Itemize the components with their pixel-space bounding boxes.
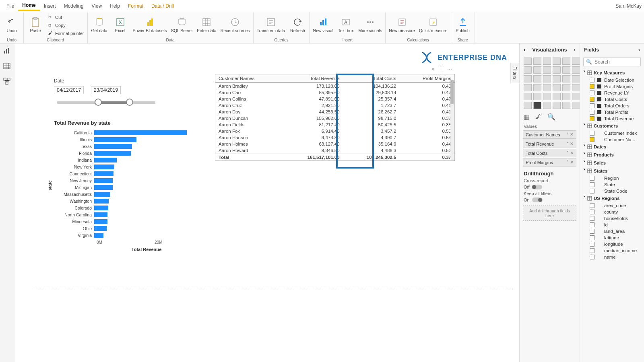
viz-type-icon[interactable] (533, 84, 541, 91)
crossreport-toggle[interactable] (532, 185, 542, 189)
viz-type-icon[interactable] (533, 66, 541, 74)
field-item[interactable]: State Code (582, 188, 642, 194)
field-item[interactable]: Revenue LY (582, 90, 642, 96)
field-checkbox[interactable] (590, 242, 594, 247)
field-well[interactable]: Total Revenue˅ ✕ (523, 140, 576, 148)
field-table-header[interactable]: ˅Customers (582, 122, 642, 130)
viz-type-icon[interactable] (543, 66, 551, 74)
field-table-header[interactable]: ˅US Regions (582, 194, 642, 202)
analytics-tab-icon[interactable]: 🔍 (547, 113, 555, 121)
field-checkbox[interactable] (590, 182, 594, 187)
fields-search-input[interactable] (594, 59, 644, 65)
viz-type-icon[interactable] (533, 75, 541, 82)
viz-type-icon[interactable] (553, 58, 561, 65)
publish-button[interactable]: Publish (454, 13, 471, 37)
viz-type-icon[interactable] (553, 84, 561, 91)
field-table-header[interactable]: ˅Products (582, 151, 642, 159)
field-well[interactable]: Profit Margins˅ ✕ (523, 158, 576, 167)
field-checkbox[interactable] (590, 110, 594, 115)
copy-button[interactable]: ⧉Copy (48, 22, 84, 29)
tab-insert[interactable]: Insert (40, 2, 60, 10)
undo-button[interactable]: Undo (3, 13, 20, 37)
tab-datadrill[interactable]: Data / Drill (147, 2, 178, 10)
viz-type-icon[interactable] (543, 75, 551, 82)
bar-row[interactable]: Massachusetts (54, 191, 199, 197)
viz-type-icon[interactable] (524, 102, 532, 109)
excel-button[interactable]: XExcel (112, 13, 129, 37)
report-canvas[interactable]: ENTERPRISE DNA Filters Date 04/12/2017 2… (15, 43, 519, 362)
tab-home[interactable]: Home (18, 1, 39, 11)
field-item[interactable]: Total Costs (582, 96, 642, 103)
bar-row[interactable]: Florida (54, 150, 199, 156)
viz-type-icon[interactable] (524, 66, 532, 74)
viz-type-icon[interactable] (572, 84, 580, 91)
field-checkbox[interactable] (590, 137, 594, 142)
tab-view[interactable]: View (87, 2, 106, 10)
field-table-header[interactable]: ˅States (582, 167, 642, 175)
viz-type-icon[interactable] (543, 102, 551, 109)
paste-button[interactable]: Paste (27, 13, 44, 37)
keepfilters-toggle[interactable] (532, 197, 543, 202)
viz-type-icon[interactable] (562, 66, 570, 74)
chevron-down-icon[interactable]: ˅ (566, 150, 569, 155)
user-name[interactable]: Sam McKay (615, 3, 642, 9)
field-item[interactable]: Total Profits (582, 109, 642, 115)
morevisuals-button[interactable]: More visuals (358, 13, 382, 37)
viz-type-icon[interactable] (562, 75, 570, 82)
viz-type-icon[interactable] (524, 75, 532, 82)
viz-type-icon[interactable] (543, 84, 551, 91)
field-checkbox[interactable] (590, 116, 594, 121)
field-item[interactable]: area_code (582, 202, 642, 209)
field-checkbox[interactable] (590, 229, 594, 234)
bar-row[interactable]: New York (54, 163, 199, 170)
table-row[interactable]: Aaron Cruz2,921.201,723.70.41 (215, 102, 454, 109)
transform-button[interactable]: Transform data (257, 13, 285, 37)
chevron-down-icon[interactable]: ˅ (566, 160, 569, 165)
field-item[interactable]: land_area (582, 228, 642, 234)
column-header[interactable]: Customer Names (215, 74, 282, 83)
viz-type-icon[interactable] (572, 75, 580, 82)
tab-help[interactable]: Help (106, 2, 124, 10)
field-checkbox[interactable] (590, 176, 594, 181)
field-item[interactable]: Total Orders (582, 103, 642, 109)
field-item[interactable]: Customer Index (582, 130, 642, 136)
viz-type-icon[interactable] (553, 102, 561, 109)
table-row[interactable]: Aaron Fields81,217.4050,425.50.38 (215, 121, 454, 128)
viz-type-icon[interactable] (543, 58, 551, 65)
bar-chart-visual[interactable]: Total Revenue by state state CaliforniaI… (54, 120, 199, 252)
table-row[interactable]: Aaron Hanson9,473.804,390.70.54 (215, 134, 454, 141)
tab-modeling[interactable]: Modeling (60, 2, 88, 10)
bar-row[interactable]: Illinois (54, 136, 199, 143)
format-tab-icon[interactable]: 🖌 (535, 113, 542, 121)
expand-viz-icon[interactable]: › (574, 47, 576, 53)
table-row[interactable]: Aaron Carr55,395.6029,508.140.47 (215, 89, 454, 96)
field-checkbox[interactable] (590, 78, 594, 82)
data-view-icon[interactable] (3, 62, 12, 72)
bar-row[interactable]: Washington (54, 197, 199, 204)
getdata-button[interactable]: Get data (91, 13, 108, 37)
bar-row[interactable]: Colorado (54, 204, 199, 211)
field-item[interactable]: Region (582, 175, 642, 181)
fields-tab-icon[interactable]: ▦ (524, 113, 530, 121)
viz-type-icon[interactable] (533, 58, 541, 65)
refresh-button[interactable]: Refresh (289, 13, 306, 37)
pbi-datasets-button[interactable]: Power BI datasets (133, 13, 167, 37)
filter-icon[interactable]: ▿ (432, 66, 434, 72)
slicer-from-date[interactable]: 04/12/2017 (54, 86, 84, 94)
collapse-viz-icon[interactable]: ‹ (524, 47, 525, 53)
fields-search[interactable]: 🔍 (583, 58, 641, 66)
remove-field-icon[interactable]: ✕ (570, 141, 574, 146)
table-row[interactable]: Aaron Bradley173,128.00104,136.220.40 (215, 83, 454, 90)
viz-type-icon[interactable] (533, 93, 541, 100)
field-well[interactable]: Total Costs˅ ✕ (523, 149, 576, 157)
bar-row[interactable]: California (54, 129, 199, 136)
remove-field-icon[interactable]: ✕ (570, 132, 574, 137)
tab-format[interactable]: Format (124, 2, 147, 10)
field-item[interactable]: Profit Margins (582, 83, 642, 90)
viz-type-icon[interactable] (572, 93, 580, 100)
bar-row[interactable]: Ohio (54, 225, 199, 232)
table-scrollbar[interactable] (450, 80, 454, 160)
table-row[interactable]: Aaron Holmes63,127.4035,164.90.44 (215, 141, 454, 147)
slicer-to-date[interactable]: 23/04/2019 (91, 86, 121, 94)
bar-row[interactable]: Minnesota (54, 218, 199, 225)
